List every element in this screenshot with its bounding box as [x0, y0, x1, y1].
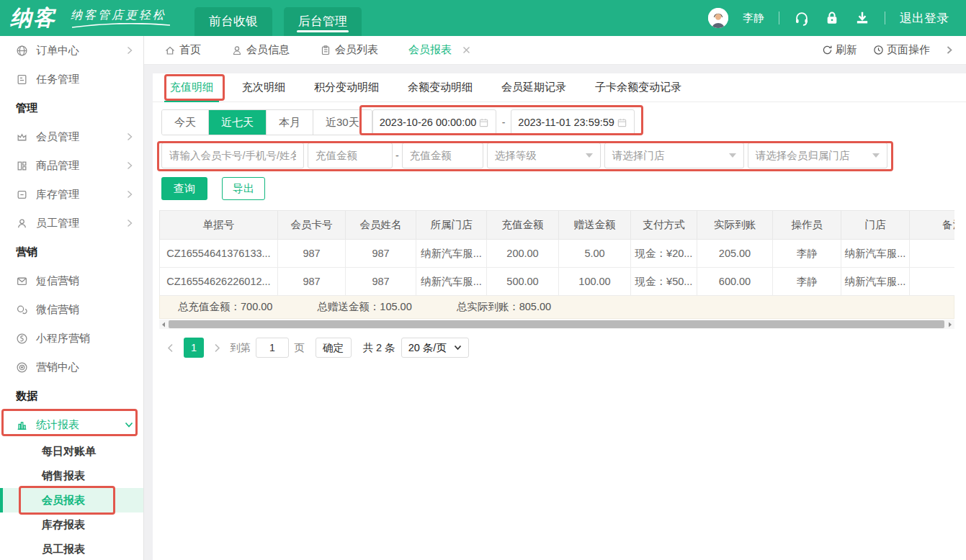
goto-label: 到第	[230, 341, 251, 355]
page-size-select[interactable]: 20 条/页	[401, 338, 469, 358]
member-store-select-value: 请选择会员归属门店	[756, 149, 850, 163]
sidebar-item-statistics-reports[interactable]: 统计报表	[0, 410, 143, 439]
page-operations-label: 页面操作	[887, 43, 930, 57]
subtab-balance-change-detail[interactable]: 余额变动明细	[408, 73, 473, 101]
person-icon	[231, 45, 243, 56]
sidebar-subitem-staff-report[interactable]: 员工报表	[0, 537, 143, 560]
scroll-right-icon[interactable]	[946, 320, 954, 329]
caret-down-icon	[586, 153, 593, 158]
chevron-right-icon	[126, 46, 133, 55]
cell: 纳新汽车服...	[841, 268, 910, 296]
sidebar-section-data: 数据	[0, 381, 143, 410]
horizontal-scrollbar[interactable]	[159, 320, 954, 329]
avatar[interactable]	[708, 8, 728, 28]
refresh-button[interactable]: 刷新	[822, 43, 857, 57]
spacer	[144, 65, 966, 73]
recharge-table-wrap: 单据号 会员卡号 会员姓名 所属门店 充值金额 赠送金额 支付方式 实际到账 操…	[159, 210, 954, 296]
cell: 987	[346, 268, 416, 296]
sidebar-subitem-daily-statement[interactable]: 每日对账单	[0, 439, 143, 464]
scrollbar-thumb[interactable]	[169, 320, 944, 328]
date-from-input[interactable]: 2023-10-26 00:00:00	[372, 109, 496, 135]
tab-member-info[interactable]: 会员信息	[231, 43, 290, 57]
goto-page-input[interactable]	[256, 338, 289, 358]
sidebar-item-label: 员工管理	[36, 217, 118, 230]
total-actual-amount: 总实际到账：805.00	[457, 300, 551, 314]
tab-label: 会员信息	[246, 43, 290, 57]
quick-range-last7days[interactable]: 近七天	[209, 110, 267, 135]
cell: 987	[346, 240, 416, 268]
sidebar-item-order-center[interactable]: 订单中心	[0, 36, 143, 65]
close-icon[interactable]	[462, 46, 470, 54]
col-header: 支付方式	[631, 211, 697, 240]
quick-range-last30days[interactable]: 近30天	[313, 110, 372, 135]
sidebar-item-label: 微信营销	[36, 303, 143, 317]
search-button[interactable]: 查询	[161, 177, 207, 200]
lock-icon[interactable]	[824, 10, 840, 26]
tab-home[interactable]: 首页	[164, 43, 201, 57]
keyword-input[interactable]	[161, 143, 304, 168]
table-row[interactable]: CZ16554626226012... 987 987 纳新汽车服... 500…	[160, 268, 955, 296]
sidebar-subitem-inventory-report[interactable]: 库存报表	[0, 512, 143, 537]
caret-down-icon	[729, 153, 736, 158]
sidebar: 订单中心 任务管理 管理 会员管理 商品管理 库存管理 员工管理 营销	[0, 36, 144, 560]
chevron-right-icon[interactable]	[946, 45, 953, 55]
amount-min-input[interactable]	[308, 143, 393, 168]
sidebar-item-staff-management[interactable]: 员工管理	[0, 209, 143, 238]
caret-down-icon	[454, 345, 462, 351]
quick-range-this-month[interactable]: 本月	[267, 110, 313, 135]
subtab-points-change-detail[interactable]: 积分变动明细	[314, 73, 379, 101]
home-icon	[164, 45, 176, 56]
user-name[interactable]: 李静	[743, 12, 764, 25]
subtab-member-extension-records[interactable]: 会员延期记录	[501, 73, 566, 101]
page-operations-button[interactable]: 页面操作	[873, 43, 930, 57]
sidebar-item-miniprogram-marketing[interactable]: 小程序营销	[0, 324, 143, 353]
tab-member-report[interactable]: 会员报表	[408, 43, 470, 57]
next-page-button[interactable]	[210, 343, 225, 353]
sidebar-item-wechat-marketing[interactable]: 微信营销	[0, 295, 143, 324]
confirm-page-button[interactable]: 确定	[316, 338, 352, 358]
sidebar-subitem-member-report[interactable]: 会员报表	[0, 488, 143, 512]
subtab-subcard-balance-records[interactable]: 子卡余额变动记录	[595, 73, 681, 101]
total-count: 共 2 条	[363, 341, 395, 355]
sidebar-item-marketing-center[interactable]: 营销中心	[0, 353, 143, 381]
calendar-icon	[478, 117, 489, 128]
col-header: 所属门店	[416, 211, 487, 240]
table-row[interactable]: CZ16554641376133... 987 987 纳新汽车服... 200…	[160, 240, 955, 268]
refresh-icon	[822, 45, 833, 55]
member-store-select[interactable]: 请选择会员归属门店	[748, 143, 887, 168]
sidebar-item-label: 营销中心	[36, 361, 143, 374]
export-button[interactable]: 导出	[222, 177, 265, 200]
divider	[885, 12, 885, 24]
tab-member-list[interactable]: 会员列表	[320, 43, 378, 57]
current-page-number[interactable]: 1	[184, 338, 204, 358]
sidebar-item-label: 会员管理	[36, 130, 118, 144]
sidebar-item-member-management[interactable]: 会员管理	[0, 122, 143, 151]
cell	[910, 240, 955, 268]
target-icon	[16, 361, 28, 374]
date-to-value: 2023-11-01 23:59:59	[518, 117, 614, 128]
sidebar-item-task-management[interactable]: 任务管理	[0, 65, 143, 94]
subtab-recharge-detail[interactable]: 充值明细	[170, 73, 213, 101]
scroll-left-icon[interactable]	[159, 320, 168, 329]
download-icon[interactable]	[854, 10, 870, 26]
subtab-times-detail[interactable]: 充次明细	[242, 73, 285, 101]
nav-tab-front-cashier[interactable]: 前台收银	[194, 7, 272, 36]
logout-button[interactable]: 退出登录	[900, 10, 949, 27]
level-select[interactable]: 选择等级	[487, 143, 601, 168]
nav-tab-backend-admin[interactable]: 后台管理	[284, 7, 362, 36]
prev-page-button[interactable]	[163, 343, 178, 353]
calendar-icon	[617, 117, 627, 128]
date-separator: -	[502, 117, 506, 128]
total-recharge-amount: 总充值金额：700.00	[178, 300, 272, 314]
report-subtabs: 充值明细 充次明细 积分变动明细 余额变动明细 会员延期记录 子卡余额变动记录	[153, 73, 966, 102]
sidebar-item-product-management[interactable]: 商品管理	[0, 151, 143, 180]
sidebar-item-inventory-management[interactable]: 库存管理	[0, 180, 143, 209]
date-to-input[interactable]: 2023-11-01 23:59:59	[511, 109, 635, 135]
store-select[interactable]: 请选择门店	[604, 143, 744, 168]
sidebar-subitem-sales-report[interactable]: 销售报表	[0, 464, 143, 488]
app-header: 纳客 纳客管店更轻松 前台收银 后台管理 李静 退出登录	[0, 0, 966, 36]
sidebar-item-sms-marketing[interactable]: 短信营销	[0, 266, 143, 295]
quick-range-today[interactable]: 今天	[162, 110, 209, 135]
headset-icon[interactable]	[794, 10, 810, 26]
amount-max-input[interactable]	[402, 143, 483, 168]
